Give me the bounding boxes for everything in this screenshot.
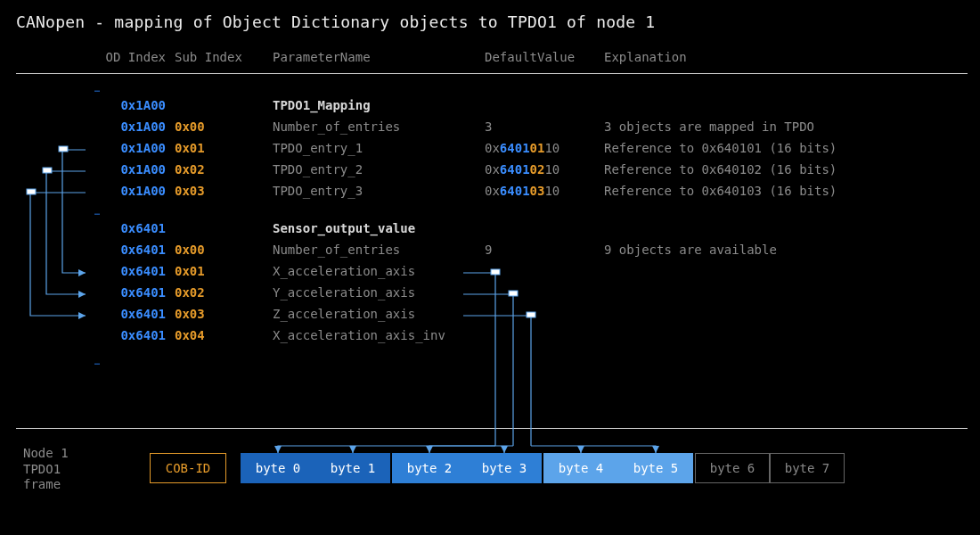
table-row: 0x1A000x00Number_of_entries33 objects ar… [0, 119, 980, 139]
value-fragment: 6401 [500, 184, 530, 198]
cell-explanation: 9 objects are available [604, 243, 960, 257]
svg-marker-13 [577, 446, 584, 453]
table-row: 0x64010x03Z_acceleration_axis [0, 307, 980, 326]
value-fragment: 0x [485, 141, 500, 155]
cell-sub-index: 0x01 [175, 264, 255, 278]
cell-parameter-name: Z_acceleration_axis [273, 307, 478, 321]
cell-parameter-name: TPDO_entry_2 [273, 162, 478, 177]
frame-byte: byte 1 [315, 453, 390, 483]
cell-parameter-name: Sensor_output_value [273, 221, 478, 235]
value-fragment: 6401 [500, 162, 530, 177]
ellipsis: … [94, 207, 102, 217]
col-sub: Sub Index [175, 50, 255, 64]
cell-sub-index: 0x01 [175, 141, 255, 155]
svg-marker-14 [652, 446, 659, 453]
frame-byte: byte 5 [618, 453, 693, 483]
cell-parameter-name: TPDO_entry_3 [273, 184, 478, 198]
value-fragment: 0x [485, 184, 500, 198]
cell-default-value: 0x64010210 [485, 162, 592, 177]
cell-parameter-name: Number_of_entries [273, 243, 478, 257]
table-row: 0x64010x04X_acceleration_axis_inv [0, 328, 980, 348]
table-row: 0x1A000x02TPDO_entry_20x64010210Referenc… [0, 162, 980, 182]
col-od: OD Index [86, 50, 166, 64]
value-fragment: 6401 [500, 141, 530, 155]
value-fragment: 03 [530, 184, 545, 198]
rule-top [16, 73, 968, 74]
table-header: OD Index Sub Index ParameterName Default… [0, 50, 980, 70]
table-row: 0x1A000x01TPDO_entry_10x64010110Referenc… [0, 141, 980, 160]
cell-sub-index: 0x02 [175, 285, 255, 300]
cell-sub-index: 0x03 [175, 307, 255, 321]
cob-id-box: COB-ID [150, 453, 226, 483]
frame-byte: byte 7 [770, 453, 845, 483]
value-fragment: 10 [544, 141, 559, 155]
table-row: 0x64010x02Y_acceleration_axis [0, 285, 980, 305]
cell-explanation: Reference to 0x640101 (16 bits) [604, 141, 960, 155]
table-row: 0x1A000x03TPDO_entry_30x64010310Referenc… [0, 184, 980, 203]
cell-od-index: 0x6401 [86, 264, 166, 278]
frame-byte: byte 3 [467, 453, 542, 483]
cell-sub-index: 0x04 [175, 328, 255, 342]
rule-bottom [16, 428, 968, 429]
cell-sub-index: 0x03 [175, 184, 255, 198]
cell-parameter-name: TPDO1_Mapping [273, 98, 478, 112]
cell-parameter-name: X_acceleration_axis_inv [273, 328, 478, 342]
cell-default-value: 0x64010110 [485, 141, 592, 155]
table-row: 0x64010x01X_acceleration_axis [0, 264, 980, 284]
value-fragment: 01 [530, 141, 545, 155]
cell-od-index: 0x6401 [86, 243, 166, 257]
cell-od-index: 0x6401 [86, 285, 166, 300]
cell-parameter-name: Y_acceleration_axis [273, 285, 478, 300]
cell-default-value: 0x64010310 [485, 184, 592, 198]
cell-sub-index: 0x00 [175, 119, 255, 134]
cell-parameter-name: TPDO_entry_1 [273, 141, 478, 155]
cell-default-value: 3 [485, 119, 592, 134]
cell-explanation: 3 objects are mapped in TPDO [604, 119, 960, 134]
frame-label-line: Node 1 [23, 446, 84, 462]
cell-sub-index: 0x00 [175, 243, 255, 257]
frame-byte: byte 2 [392, 453, 467, 483]
value-fragment: 10 [544, 184, 559, 198]
table-row: 0x64010x00Number_of_entries99 objects ar… [0, 243, 980, 262]
frame-label-line: frame [23, 477, 84, 493]
table-row: 0x6401Sensor_output_value [0, 221, 980, 241]
col-name: ParameterName [273, 50, 478, 64]
frame-byte: byte 4 [543, 453, 618, 483]
value-fragment: 10 [544, 162, 559, 177]
cell-od-index: 0x6401 [86, 221, 166, 235]
cell-sub-index: 0x02 [175, 162, 255, 177]
cell-od-index: 0x6401 [86, 307, 166, 321]
cell-od-index: 0x1A00 [86, 98, 166, 112]
frame-label-line: TPDO1 [23, 462, 84, 478]
cell-od-index: 0x1A00 [86, 184, 166, 198]
cell-explanation: Reference to 0x640103 (16 bits) [604, 184, 960, 198]
col-def: DefaultValue [485, 50, 592, 64]
cell-parameter-name: Number_of_entries [273, 119, 478, 134]
cell-od-index: 0x6401 [86, 328, 166, 342]
svg-marker-7 [274, 446, 282, 453]
svg-marker-8 [349, 446, 356, 453]
ellipsis: … [94, 357, 102, 366]
svg-marker-11 [501, 446, 508, 453]
frame-byte: byte 6 [695, 453, 770, 483]
page-title: CANopen - mapping of Object Dictionary o… [16, 12, 655, 31]
col-exp: Explanation [604, 50, 960, 64]
cell-od-index: 0x1A00 [86, 141, 166, 155]
cell-od-index: 0x1A00 [86, 162, 166, 177]
cell-parameter-name: X_acceleration_axis [273, 264, 478, 278]
frame-byte: byte 0 [241, 453, 315, 483]
svg-marker-10 [426, 446, 433, 453]
value-fragment: 0x [485, 162, 500, 177]
frame-label: Node 1 TPDO1 frame [23, 446, 84, 493]
table-row: 0x1A00TPDO1_Mapping [0, 98, 980, 118]
ellipsis: … [94, 84, 102, 94]
cell-default-value: 9 [485, 243, 592, 257]
cell-explanation: Reference to 0x640102 (16 bits) [604, 162, 960, 177]
value-fragment: 02 [530, 162, 545, 177]
cell-od-index: 0x1A00 [86, 119, 166, 134]
